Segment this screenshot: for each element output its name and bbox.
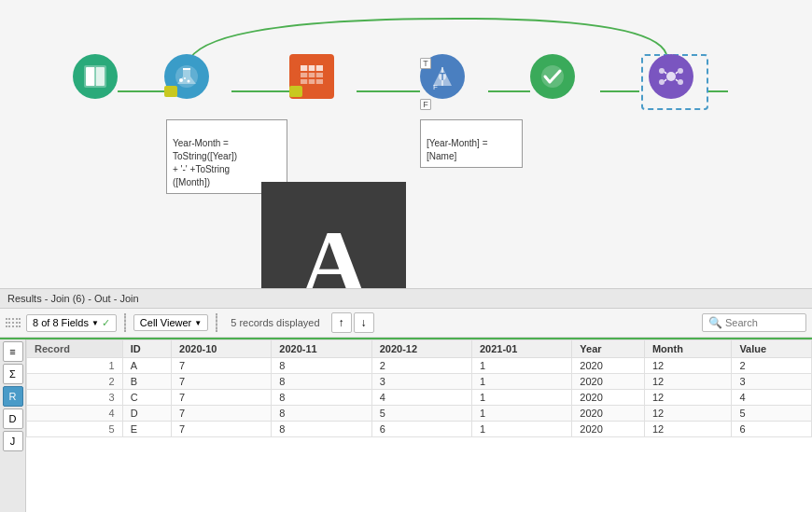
cell-2021-01: 1	[471, 406, 571, 422]
cell-2020-11: 8	[272, 390, 371, 406]
node-read[interactable]	[73, 54, 118, 99]
svg-point-27	[678, 68, 683, 74]
cell-id: A	[122, 358, 171, 374]
cell-viewer-button[interactable]: Cell Viewer ▼	[133, 314, 208, 331]
cell-record: 1	[27, 358, 123, 374]
fields-chevron-icon: ▼	[91, 319, 99, 327]
col-header-value: Value	[732, 340, 812, 358]
workflow-canvas: T F	[0, 0, 812, 289]
svg-rect-7	[86, 67, 95, 86]
connection-lines	[0, 0, 812, 288]
sort-buttons: ↑ ↓	[331, 312, 374, 333]
cell-month: 12	[644, 422, 731, 437]
col-header-2021-01: 2021-01	[471, 340, 571, 358]
cell-value: 3	[732, 374, 812, 390]
cell-value: 2	[732, 358, 812, 374]
overlay-letter-a: A	[261, 182, 406, 289]
cell-year: 2020	[572, 406, 645, 422]
col-header-month: Month	[644, 340, 731, 358]
svg-rect-16	[301, 79, 323, 84]
cell-value: 6	[732, 422, 812, 437]
cell-2020-12: 3	[371, 374, 471, 390]
svg-text:F: F	[433, 83, 438, 91]
svg-point-29	[678, 79, 683, 85]
cell-record: 4	[27, 406, 123, 422]
sort-up-button[interactable]: ↑	[331, 312, 352, 333]
svg-point-28	[659, 79, 665, 85]
cell-2020-10: 7	[172, 390, 272, 406]
cell-2020-11: 8	[272, 358, 371, 374]
tooltip-formula2: [Year-Month] = [Name]	[420, 119, 523, 168]
cell-month: 12	[644, 406, 731, 422]
cell-2020-11: 8	[272, 422, 371, 437]
col-header-2020-10: 2020-10	[172, 340, 272, 358]
col-header-record: Record	[27, 340, 123, 358]
table-row: 1 A 7 8 2 1 2020 12 2	[27, 358, 812, 374]
left-panel-icon-r[interactable]: R	[3, 386, 23, 407]
svg-point-11	[179, 78, 183, 82]
svg-line-33	[676, 79, 678, 81]
cell-2020-12: 2	[371, 358, 471, 374]
cell-year: 2020	[572, 358, 645, 374]
cell-2021-01: 1	[471, 422, 571, 437]
toolbar-divider-1	[124, 313, 126, 332]
drag-handle	[6, 318, 21, 327]
join-port-t: T	[420, 58, 431, 69]
toolbar-left-section: 8 of 8 Fields ▼ ✓ Cell Viewer ▼ 5 record…	[26, 312, 698, 333]
col-header-year: Year	[572, 340, 645, 358]
col-header-2020-12: 2020-12	[371, 340, 471, 358]
toolbar-divider-2	[216, 313, 217, 332]
fields-button[interactable]: 8 of 8 Fields ▼ ✓	[26, 314, 117, 332]
cell-2021-01: 1	[471, 374, 571, 390]
cell-year: 2020	[572, 422, 645, 437]
node-output[interactable]	[649, 54, 693, 99]
cell-value: 5	[732, 406, 812, 422]
cell-record: 2	[27, 374, 123, 390]
table-row: 3 C 7 8 4 1 2020 12 4	[27, 390, 812, 406]
table-row: 4 D 7 8 5 1 2020 12 5	[27, 406, 812, 422]
results-header: Results - Join (6) - Out - Join	[0, 289, 812, 309]
cell-2020-11: 8	[272, 374, 371, 390]
col-header-2020-11: 2020-11	[272, 340, 371, 358]
cell-id: C	[122, 390, 171, 406]
svg-rect-8	[95, 67, 105, 86]
cell-month: 12	[644, 358, 731, 374]
cell-record: 3	[27, 390, 123, 406]
svg-point-26	[659, 68, 665, 74]
cell-2020-12: 6	[371, 422, 471, 437]
svg-text:T: T	[440, 72, 445, 82]
left-panel-icon-sigma[interactable]: Σ	[3, 364, 23, 384]
table-row: 2 B 7 8 3 1 2020 12 3	[27, 374, 812, 390]
search-input[interactable]	[725, 317, 800, 328]
cell-2020-12: 4	[371, 390, 471, 406]
col-header-id: ID	[122, 340, 171, 358]
cell-id: E	[122, 422, 171, 437]
left-panel-icon-menu[interactable]: ≡	[3, 341, 23, 362]
cell-month: 12	[644, 374, 731, 390]
records-info: 5 records displayed	[225, 317, 325, 328]
fields-checkmark-icon: ✓	[102, 317, 110, 329]
svg-point-13	[184, 77, 186, 79]
cell-year: 2020	[572, 374, 645, 390]
port-indicator-2	[289, 86, 302, 97]
svg-line-30	[665, 72, 666, 74]
search-box[interactable]: 🔍	[702, 313, 806, 332]
cell-2020-12: 5	[371, 406, 471, 422]
svg-rect-14	[301, 65, 323, 71]
node-filter[interactable]	[530, 54, 575, 99]
sort-down-button[interactable]: ↓	[354, 312, 374, 333]
search-icon: 🔍	[708, 316, 722, 329]
svg-point-12	[188, 80, 190, 83]
data-table: Record ID 2020-10 2020-11 2020-12 2021-0…	[26, 339, 812, 512]
cell-2021-01: 1	[471, 390, 571, 406]
left-panel-icon-j[interactable]: J	[3, 431, 23, 451]
table-row: 5 E 7 8 6 1 2020 12 6	[27, 422, 812, 437]
results-panel: Results - Join (6) - Out - Join 8 of 8 F…	[0, 289, 812, 512]
join-port-f: F	[420, 99, 431, 110]
left-panel-icon-d[interactable]: D	[3, 408, 23, 429]
cell-id: B	[122, 374, 171, 390]
cell-2021-01: 1	[471, 358, 571, 374]
cell-year: 2020	[572, 390, 645, 406]
cell-value: 4	[732, 390, 812, 406]
left-panel: ≡ Σ R D J	[0, 339, 26, 512]
